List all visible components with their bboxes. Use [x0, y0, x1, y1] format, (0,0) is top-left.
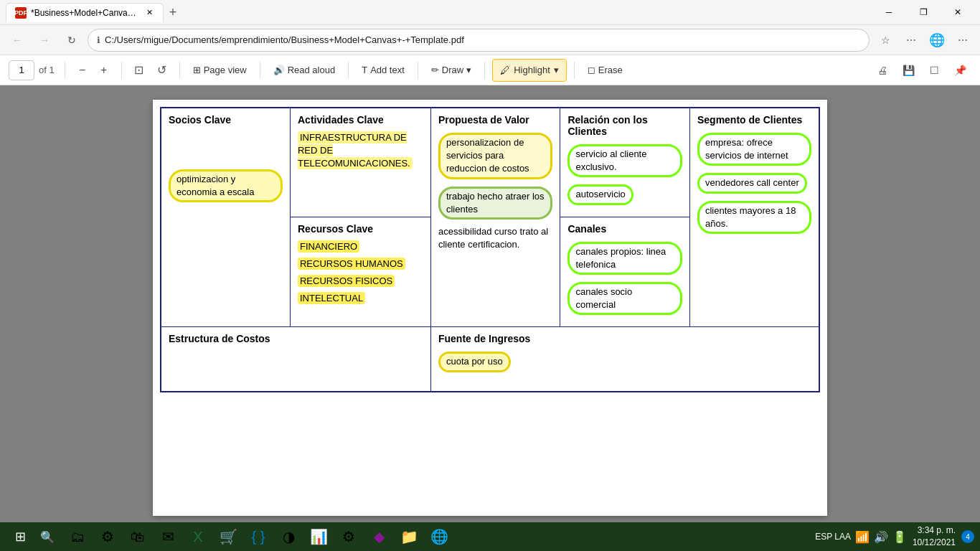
toolbar-separator-5 [348, 62, 349, 79]
taskbar-excel[interactable]: X [184, 522, 212, 551]
page-view-icon: ⊞ [193, 65, 201, 75]
back-button[interactable]: ← [6, 29, 29, 52]
taskbar-file-explorer[interactable]: 🗂 [63, 522, 92, 551]
segmento-clientes-title: Segmento de Clientes [697, 114, 811, 126]
taskbar-search-icon: 🔍 [40, 530, 55, 544]
tab-favicon: PDF [15, 7, 27, 19]
segmento-clientes-item2: vendedores call center [697, 171, 811, 194]
taskbar-app7[interactable]: ◑ [274, 522, 303, 551]
fuente-ingresos-title: Fuente de Ingresos [438, 333, 811, 344]
segmento-clientes-cell: Segmento de Clientes empresa: ofrece ser… [689, 108, 819, 327]
taskbar-search-button[interactable]: 🔍 [34, 524, 60, 550]
canales-item1: canales propios: linea telefonica [567, 240, 682, 276]
taskbar-settings[interactable]: ⚙ [93, 522, 122, 551]
windows-icon: ⊞ [15, 529, 26, 545]
read-aloud-button[interactable]: 🔊 Read aloud [268, 59, 341, 82]
estructura-costos-title: Estructura de Costos [169, 333, 423, 344]
address-input[interactable]: ℹ C:/Users/migue/Documents/emprendimient… [88, 29, 870, 52]
browser-account-icon[interactable]: 🌐 [925, 29, 948, 52]
title-bar: PDF *Business+Model+Canvas+-+Te... ✕ + ─… [0, 0, 980, 25]
favorites-collection-icon[interactable]: ⋯ [900, 29, 923, 52]
canales-title: Canales [567, 223, 682, 235]
toolbar-separator-1 [65, 62, 65, 79]
propuesta-valor-item1: personalizacion de servicios para reducc… [438, 131, 552, 181]
page-view-label: Page view [204, 65, 247, 75]
toolbar-separator-4 [260, 62, 260, 79]
highlight-button[interactable]: 🖊 Highlight ▾ [492, 59, 567, 82]
toolbar-separator-3 [179, 62, 180, 79]
new-tab-button[interactable]: + [164, 3, 182, 22]
clock-time: 3:34 p. m. [913, 524, 956, 537]
erase-button[interactable]: ◻ Erase [582, 59, 628, 82]
add-text-icon: T [362, 65, 367, 75]
toolbar-separator-2 [121, 62, 122, 79]
taskbar: ⊞ 🔍 🗂 ⚙ 🛍 ✉ X 🛒 { } ◑ 📊 [0, 522, 980, 551]
read-aloud-icon: 🔊 [273, 65, 285, 75]
print-button[interactable]: 🖨 [871, 59, 894, 82]
zoom-in-button[interactable]: + [94, 60, 114, 80]
canales-item2: canales socio comercial [567, 281, 682, 316]
page-view-button[interactable]: ⊞ Page view [187, 59, 253, 82]
close-button[interactable]: ✕ [941, 0, 974, 25]
relacion-clientes-item1: servicio al cliente exclusivo. [567, 143, 682, 179]
notification-badge[interactable]: 4 [961, 530, 974, 543]
start-button[interactable]: ⊞ [6, 522, 34, 551]
address-actions: ☆ ⋯ 🌐 ⋯ [874, 29, 974, 52]
battery-icon[interactable]: 🔋 [892, 530, 907, 544]
reload-button[interactable]: ↻ [60, 29, 83, 52]
erase-label: Erase [598, 65, 623, 75]
socios-clave-item1: optimizacion y economia a escala [169, 168, 283, 204]
taskbar-vscode[interactable]: { } [244, 522, 273, 551]
fit-page-button[interactable]: ⊡ [129, 60, 149, 80]
actividades-clave-cell: Actividades Clave INFRAESTRUCTURA DE RED… [290, 108, 430, 217]
erase-icon: ◻ [588, 65, 595, 75]
clock-date: 10/12/2021 [913, 537, 956, 549]
estructura-costos-cell: Estructura de Costos [161, 327, 430, 392]
restore-button[interactable]: ❐ [907, 0, 940, 25]
rotate-button[interactable]: ↺ [152, 60, 172, 80]
add-text-button[interactable]: T Add text [356, 59, 410, 82]
canvas-page: Socios Clave optimizacion y economia a e… [153, 100, 827, 516]
draw-button[interactable]: ✏ Draw ▾ [425, 59, 477, 82]
taskbar-excel2[interactable]: 📊 [304, 522, 333, 551]
taskbar-mail[interactable]: ✉ [154, 522, 182, 551]
active-tab[interactable]: PDF *Business+Model+Canvas+-+Te... ✕ [6, 3, 164, 22]
taskbar-edge[interactable]: 🌐 [425, 522, 453, 551]
business-model-canvas: Socios Clave optimizacion y economia a e… [160, 107, 820, 392]
recursos-clave-item2: RECURSOS HUMANOS [298, 258, 423, 270]
feedback-button[interactable]: ☐ [923, 59, 946, 82]
pin-button[interactable]: 📌 [948, 59, 971, 82]
fuente-ingresos-item1: cuota por uso [438, 350, 811, 373]
taskbar-app9[interactable]: ⚙ [334, 522, 363, 551]
address-text: C:/Users/migue/Documents/emprendimiento/… [105, 34, 464, 45]
tab-title: *Business+Model+Canvas+-+Te... [31, 8, 141, 18]
zoom-out-button[interactable]: − [72, 60, 93, 80]
save-button[interactable]: 💾 [897, 59, 920, 82]
recursos-clave-cell: Recursos Clave FINANCIERO RECURSOS HUMAN… [290, 217, 430, 327]
volume-icon[interactable]: 🔊 [874, 530, 888, 544]
socios-clave-cell: Socios Clave optimizacion y economia a e… [161, 108, 290, 327]
relacion-clientes-item2: autoservicio [567, 183, 682, 206]
taskbar-app10[interactable]: ◆ [364, 522, 393, 551]
page-number-input[interactable]: 1 [9, 60, 34, 80]
browser-menu-button[interactable]: ⋯ [951, 29, 974, 52]
wifi-icon[interactable]: 📶 [855, 530, 870, 544]
favorites-icon[interactable]: ☆ [874, 29, 897, 52]
pdf-toolbar: 1 of 1 − + ⊡ ↺ ⊞ Page view 🔊 Read aloud … [0, 55, 980, 85]
minimize-button[interactable]: ─ [872, 0, 905, 25]
socios-clave-title: Socios Clave [169, 114, 283, 126]
add-text-label: Add text [370, 65, 405, 75]
taskbar-store[interactable]: 🛍 [123, 522, 152, 551]
actividades-clave-title: Actividades Clave [298, 114, 423, 126]
draw-label: Draw [442, 65, 463, 75]
recursos-clave-item3: RECURSOS FISICOS [298, 275, 423, 288]
recursos-clave-item1: FINANCIERO [298, 240, 423, 253]
taskbar-store2[interactable]: 🛒 [214, 522, 242, 551]
system-tray: ESP LAA 📶 🔊 🔋 [815, 530, 907, 544]
address-bar: ← → ↻ ℹ C:/Users/migue/Documents/emprend… [0, 25, 980, 55]
forward-button[interactable]: → [33, 29, 56, 52]
tab-close-button[interactable]: ✕ [145, 7, 154, 19]
propuesta-valor-cell: Propuesta de Valor personalizacion de se… [430, 108, 560, 327]
relacion-clientes-cell: Relación con los Clientes servicio al cl… [560, 108, 689, 217]
taskbar-folder[interactable]: 📁 [395, 522, 423, 551]
